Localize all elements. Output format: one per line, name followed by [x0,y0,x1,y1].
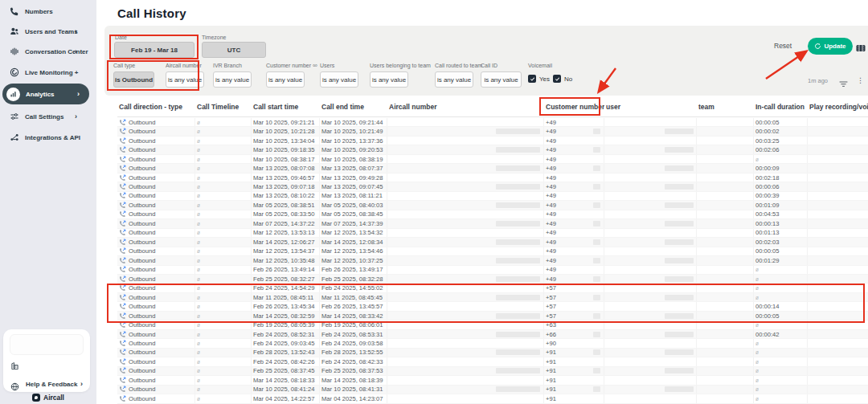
aircall-number-filter-chip[interactable]: is any value [166,71,204,88]
table-row[interactable]: OutboundøMar 05 2025, 08:38:51Mar 05 202… [117,201,868,210]
column-header-aircall-number[interactable]: Aircall number [387,103,544,111]
table-row[interactable]: OutboundøMar 04 2025, 14:22:57Mar 04 202… [117,394,868,403]
table-row[interactable]: OutboundøMar 11 2025, 08:45:11Mar 11 202… [117,293,868,302]
voicemail-yes-checkbox[interactable]: Yes [528,75,550,83]
play-recording-cell[interactable] [808,201,868,209]
sidebar-item-conversation-center[interactable]: Conversation Center › [0,43,96,59]
table-row[interactable]: OutboundøMar 12 2025, 10:35:48Mar 12 202… [117,256,868,265]
ivr-branch-filter-chip[interactable]: is any value [213,71,252,88]
table-row[interactable]: OutboundøMar 12 2025, 13:53:13Mar 12 202… [117,229,868,238]
play-recording-cell[interactable] [808,247,868,255]
table-row[interactable]: OutboundøFeb 26 2025, 13:49:14Feb 26 202… [117,266,868,275]
table-row[interactable]: OutboundøFeb 25 2025, 08:32:27Feb 25 202… [117,275,868,284]
column-header-play-recording[interactable]: Play recording/voicem [808,103,868,111]
play-recording-cell[interactable] [808,386,868,394]
table-row[interactable]: OutboundøMar 10 2025, 08:38:17Mar 10 202… [117,155,868,164]
play-recording-cell[interactable] [808,182,868,190]
column-header-call-end-time[interactable]: Call end time [320,103,387,111]
table-row[interactable]: OutboundøMar 10 2025, 09:21:21Mar 10 202… [117,118,868,127]
play-recording-cell[interactable] [808,349,868,357]
help-feedback-item[interactable]: Help & Feedback › [3,377,90,390]
column-header-user[interactable]: user [604,103,697,111]
play-recording-cell[interactable] [808,192,868,200]
play-recording-cell[interactable] [808,256,868,264]
table-row[interactable]: OutboundøMar 10 2025, 08:41:24Mar 10 202… [117,386,868,394]
company-icon[interactable] [10,359,20,369]
play-recording-cell[interactable] [808,284,868,292]
table-row[interactable]: OutboundøMar 12 2025, 13:54:37Mar 12 202… [117,247,868,256]
play-recording-cell[interactable] [808,173,868,182]
call-direction-cell: Outbound [117,238,195,246]
table-row[interactable]: OutboundøMar 13 2025, 09:46:57Mar 13 202… [117,173,868,182]
table-row[interactable]: OutboundøFeb 26 2025, 13:45:34Feb 26 202… [117,302,868,311]
column-header-customer-number[interactable]: Customer number [544,103,604,111]
play-recording-cell[interactable] [808,155,868,163]
call-routed-to-team-filter-chip[interactable]: is any value [435,71,473,88]
column-header-team[interactable]: team [697,103,754,111]
table-row[interactable]: OutboundøMar 10 2025, 10:21:28Mar 10 202… [117,127,868,136]
table-row[interactable]: OutboundøMar 10 2025, 09:18:35Mar 10 202… [117,145,868,154]
table-row[interactable]: OutboundøFeb 24 2025, 09:03:45Feb 24 202… [117,339,868,348]
play-recording-cell[interactable] [808,229,868,237]
sidebar-item-integrations-api[interactable]: Integrations & API [0,129,96,145]
sidebar-item-analytics[interactable]: Analytics › [2,84,89,104]
voicemail-no-checkbox[interactable]: No [553,75,572,83]
table-row[interactable]: OutboundøMar 07 2025, 14:37:22Mar 07 202… [117,219,868,228]
table-row[interactable]: OutboundøMar 13 2025, 08:07:08Mar 13 202… [117,164,868,173]
call-id-filter-chip[interactable]: is any value [481,71,522,88]
play-recording-cell[interactable] [808,357,868,365]
play-recording-cell[interactable] [808,367,868,375]
sidebar-item-call-settings[interactable]: Call Settings › [0,108,96,124]
date-filter-input[interactable]: Feb 19 - Mar 18 [114,42,194,58]
play-recording-cell[interactable] [808,127,868,135]
column-header-call-start-time[interactable]: Call start time [252,103,320,111]
play-recording-cell[interactable] [808,275,868,283]
play-recording-cell[interactable] [808,320,868,329]
table-row[interactable]: OutboundøFeb 28 2025, 13:52:43Feb 28 202… [117,349,868,357]
reset-button[interactable]: Reset [774,42,792,50]
play-recording-cell[interactable] [808,238,868,246]
table-row[interactable]: OutboundøMar 05 2025, 08:33:50Mar 05 202… [117,210,868,219]
call-type-filter-chip[interactable]: is Outbound [113,71,154,88]
play-recording-cell[interactable] [808,293,868,301]
customer-number-filter-chip[interactable]: is any value [266,71,305,88]
users-filter-chip[interactable]: is any value [320,71,358,88]
table-row[interactable]: OutboundøMar 14 2025, 08:18:33Mar 14 202… [117,376,868,385]
kebab-menu-icon[interactable]: ⋮ [857,76,864,85]
update-button[interactable]: Update [808,38,853,55]
sidebar-item-live-monitoring[interactable]: Live Monitoring + [0,64,96,80]
play-recording-cell[interactable] [808,376,868,384]
play-recording-cell[interactable] [808,118,868,126]
play-recording-cell[interactable] [808,312,868,320]
users-belonging-to-team-filter-chip[interactable]: is any value [370,71,408,88]
timezone-filter-input[interactable]: UTC [202,42,266,58]
table-row[interactable]: OutboundøFeb 19 2025, 08:05:39Feb 19 202… [117,320,868,329]
sidebar-item-users-and-teams[interactable]: Users and Teams › [0,23,96,39]
table-row[interactable]: OutboundøMar 14 2025, 08:32:59Mar 14 202… [117,312,868,320]
table-row[interactable]: OutboundøMar 10 2025, 13:34:04Mar 10 202… [117,137,868,145]
table-row[interactable]: OutboundøFeb 24 2025, 08:42:26Feb 24 202… [117,357,868,366]
table-row[interactable]: OutboundøMar 14 2025, 12:06:27Mar 14 202… [117,238,868,247]
table-row[interactable]: OutboundøMar 13 2025, 09:07:18Mar 13 202… [117,182,868,191]
column-header-call-direction[interactable]: Call direction - type [117,103,195,111]
play-recording-cell[interactable] [808,164,868,172]
table-row[interactable]: OutboundøMar 13 2025, 08:10:22Mar 13 202… [117,192,868,201]
column-header-call-timeline[interactable]: Call Timeline [195,103,252,111]
play-recording-cell[interactable] [808,219,868,227]
play-recording-cell[interactable] [808,266,868,274]
film-strip-icon[interactable] [856,42,866,51]
play-recording-cell[interactable] [808,339,868,347]
column-header-in-call-duration[interactable]: In-call duration [754,103,808,111]
filter-icon[interactable] [839,77,848,86]
play-recording-cell[interactable] [808,137,868,145]
table-row[interactable]: OutboundøFeb 24 2025, 14:54:29Feb 24 202… [117,284,868,292]
sidebar-item-numbers[interactable]: Numbers [0,3,96,19]
empty-value-icon: ø [197,248,200,254]
play-recording-cell[interactable] [808,330,868,338]
play-recording-cell[interactable] [808,302,868,310]
play-recording-cell[interactable] [808,210,868,218]
play-recording-cell[interactable] [808,145,868,153]
table-row[interactable]: OutboundøFeb 25 2025, 08:37:45Feb 25 202… [117,367,868,376]
play-recording-cell[interactable] [808,394,868,402]
table-row[interactable]: OutboundøFeb 24 2025, 08:52:31Feb 24 202… [117,330,868,339]
